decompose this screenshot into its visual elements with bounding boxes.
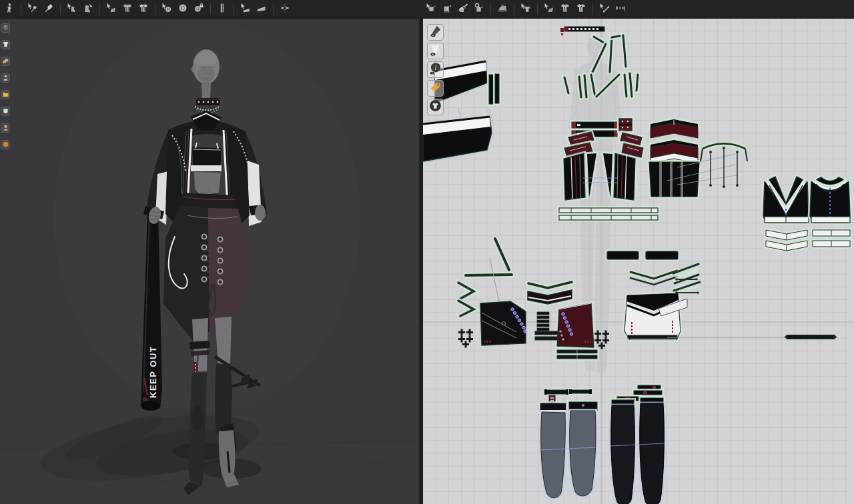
tool2d-segment-sewing[interactable] [558, 2, 572, 17]
tool2d-measure-ruler[interactable] [613, 2, 628, 17]
cloth-white-icon [2, 105, 9, 117]
tool3d-select-sewing[interactable] [104, 2, 119, 17]
symmetry-icon [280, 3, 290, 16]
toolbar-separator [99, 4, 100, 15]
tool2d-free-sewing[interactable] [574, 2, 588, 17]
shirt-eye-icon [429, 43, 442, 59]
app-window: KEEP OUT i [0, 0, 854, 504]
toggle2d-pattern-info[interactable]: i [427, 61, 444, 78]
cursor-sew-icon [544, 3, 554, 16]
tool3d-zipper[interactable] [215, 2, 230, 17]
folder-yellow-icon [2, 89, 9, 101]
button-lock-icon [193, 3, 204, 16]
3d-viewport[interactable]: KEEP OUT [0, 18, 419, 504]
cursor-pin-icon [27, 3, 38, 16]
main-toolbar [0, 0, 854, 19]
head-orange-icon [2, 122, 9, 134]
toolbar-separator [514, 4, 514, 15]
cursor-measure-icon [599, 3, 610, 16]
view3d-show-garment[interactable] [1, 40, 10, 49]
tool2d-edit-sewing[interactable] [542, 2, 556, 17]
tool3d-buttonhole[interactable] [191, 2, 206, 17]
info-badge-icon: i [429, 62, 442, 77]
cursor-wedge-icon [240, 3, 251, 16]
tool3d-fold-arrangement[interactable] [254, 2, 269, 17]
tool3d-button[interactable] [175, 2, 190, 17]
cursor-shirt-icon [520, 3, 531, 16]
tool3d-pin-brush[interactable] [41, 2, 56, 17]
3d-scene-canvas[interactable]: KEEP OUT [0, 18, 419, 504]
toolbar-separator [234, 4, 234, 15]
toolbar-separator [273, 4, 274, 15]
toolbar-3d [0, 2, 419, 17]
toolbar-2d [419, 2, 854, 17]
cursor-cloth-icon [67, 3, 77, 16]
view3d-show-sphere[interactable] [1, 140, 10, 149]
tool2d-edit-curve[interactable] [456, 2, 470, 17]
cursor-button-icon [161, 3, 172, 16]
zipper-icon [217, 3, 228, 16]
wedge-icon [256, 3, 267, 16]
view3d-avatar-head[interactable] [1, 123, 10, 133]
tool3d-select-button[interactable] [159, 2, 174, 17]
bust-icon [2, 72, 9, 84]
iron-icon [497, 3, 508, 16]
2d-pattern-canvas[interactable] [423, 18, 854, 504]
sphere-orange-icon [2, 139, 9, 151]
ruler-icon [615, 3, 626, 16]
pin-brush-icon [43, 3, 54, 16]
tool3d-free-sewing[interactable] [136, 2, 151, 17]
toggle2d-fabric-view[interactable] [427, 99, 444, 115]
toolbar-separator [592, 4, 593, 15]
cursor-pattern-icon [426, 3, 436, 16]
view3d-show-avatar[interactable] [1, 73, 10, 83]
pattern-dots-icon [442, 3, 452, 16]
tool3d-select-fold[interactable] [238, 2, 253, 17]
cursor-sew-icon [106, 3, 117, 16]
tool2d-iron[interactable] [495, 2, 510, 17]
tool3d-symmetry-arrange[interactable] [278, 2, 292, 17]
2d-view-toggles: i [427, 24, 444, 115]
tool3d-cut-cloth[interactable] [81, 2, 95, 17]
view3d-scene-cube[interactable] [1, 23, 10, 33]
tool3d-segment-sewing[interactable] [120, 2, 135, 17]
tool3d-select-cloth[interactable] [65, 2, 79, 17]
tool2d-select-garment[interactable] [518, 2, 533, 17]
toolbar-separator [210, 4, 211, 15]
fabric-dark-icon [429, 99, 442, 115]
button-icon [177, 3, 188, 16]
tag-orange-icon [429, 81, 442, 96]
tool2d-zoom-pattern[interactable] [472, 2, 486, 17]
shirt-dots-icon [122, 3, 133, 16]
shirt-dots2-icon [576, 3, 586, 16]
view3d-bookmarks[interactable] [1, 90, 10, 99]
view3d-show-cloth[interactable] [1, 107, 10, 116]
toggle2d-show-stylelines[interactable] [427, 24, 444, 41]
tool2d-edit-pattern[interactable] [440, 2, 454, 17]
tool3d-select-pin[interactable] [25, 2, 40, 17]
tool3d-simulate[interactable] [2, 2, 17, 17]
svg-text:i: i [435, 63, 437, 71]
toolbar-separator [21, 4, 21, 15]
pattern-zoom-icon [474, 3, 484, 16]
toggle2d-show-patterns[interactable] [427, 43, 444, 59]
person-icon [4, 3, 15, 16]
view3d-swatches[interactable] [1, 57, 10, 66]
shirt-dots-icon [560, 3, 570, 16]
pattern-curve-icon [458, 3, 468, 16]
cube-icon [2, 22, 9, 34]
shirt-dots2-icon [138, 3, 149, 16]
toolbar-separator [155, 4, 155, 15]
3d-view-toggles [1, 23, 10, 149]
2d-pattern-window[interactable]: i [423, 18, 854, 504]
pen-eye-icon [429, 25, 442, 40]
shirt-white-icon [2, 39, 9, 51]
tool2d-edit-measure[interactable] [597, 2, 612, 17]
tool2d-transform-pattern[interactable] [424, 2, 438, 17]
toolbar-separator [537, 4, 538, 15]
toggle2d-bookmark-tag[interactable] [427, 80, 444, 97]
cloth-knife-icon [83, 3, 93, 16]
toolbar-separator [490, 4, 491, 15]
swatch-orange-icon [2, 55, 9, 67]
toolbar-separator [60, 4, 61, 15]
